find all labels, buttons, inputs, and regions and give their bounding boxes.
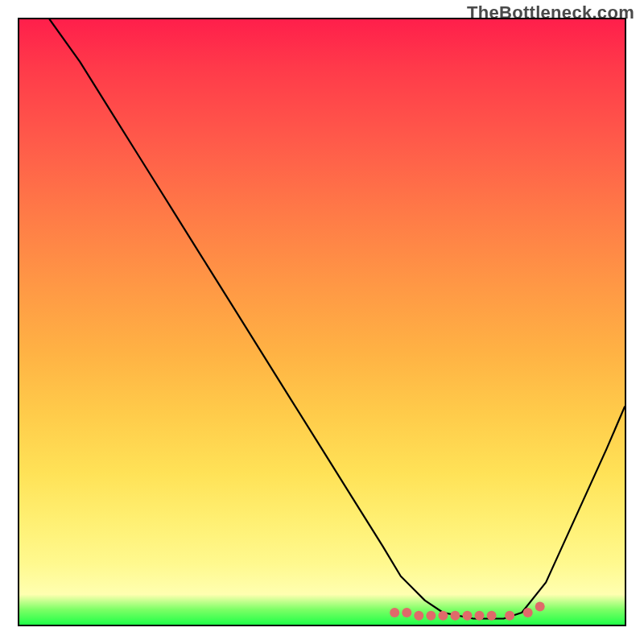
highlight-dot <box>463 611 473 621</box>
highlight-dot <box>438 611 448 621</box>
highlight-dot <box>402 608 411 617</box>
highlight-dot <box>535 601 545 611</box>
highlight-dot <box>475 611 485 621</box>
curve-layer <box>19 19 625 625</box>
highlight-dot <box>390 608 399 617</box>
highlight-dot <box>414 611 423 621</box>
highlight-dot <box>426 611 436 621</box>
highlight-dots <box>390 601 545 620</box>
highlight-dot <box>487 611 497 621</box>
highlight-dot <box>505 611 514 621</box>
main-curve <box>50 19 625 619</box>
chart-container: TheBottleneck.com <box>0 0 644 644</box>
highlight-dot <box>450 611 460 621</box>
highlight-dot <box>523 608 533 617</box>
plot-area <box>18 18 626 626</box>
